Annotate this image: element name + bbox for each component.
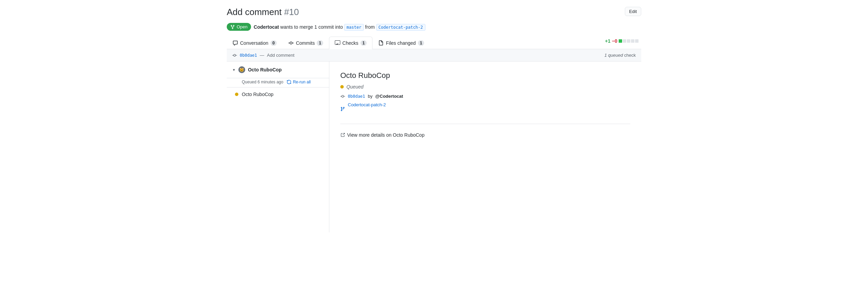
pr-meta: Open Codertocat wants to merge 1 commit … bbox=[227, 23, 641, 31]
diff-bar bbox=[619, 39, 639, 43]
section-divider bbox=[340, 124, 630, 124]
commit-dot-icon bbox=[232, 53, 237, 58]
tab-checks-label: Checks bbox=[342, 40, 358, 46]
commit-bar: 0b0dae1 — Add comment 1 queued check bbox=[227, 49, 641, 62]
conversation-icon bbox=[233, 40, 238, 46]
diff-block-3 bbox=[631, 39, 634, 43]
rerun-button[interactable]: Re-run all bbox=[287, 80, 311, 84]
commit-message: Add comment bbox=[267, 53, 294, 58]
checks-branch-link[interactable]: Codertocat-patch-2 bbox=[348, 102, 386, 107]
commit-small-icon bbox=[340, 94, 345, 99]
check-text: check bbox=[624, 53, 636, 58]
checks-sidebar: ▼ 🐱 Octo RuboCop Queued 6 minutes ago Re… bbox=[227, 62, 329, 232]
pr-title-text: Add comment bbox=[227, 7, 281, 17]
files-changed-icon bbox=[378, 40, 384, 46]
checks-content-panel: Octo RuboCop Queued 0b0dae1 by @Codertoc… bbox=[329, 62, 641, 232]
checks-commit-sha[interactable]: 0b0dae1 bbox=[348, 94, 365, 99]
diff-additions: +1 bbox=[605, 38, 610, 44]
commit-line-right: 1 queued check bbox=[604, 53, 636, 58]
checks-layout: ▼ 🐱 Octo RuboCop Queued 6 minutes ago Re… bbox=[227, 62, 641, 232]
status-dot bbox=[340, 85, 344, 89]
tab-files-label: Files changed bbox=[386, 40, 416, 46]
checks-group-header[interactable]: ▼ 🐱 Octo RuboCop bbox=[227, 62, 329, 78]
base-branch-tag: master bbox=[344, 24, 364, 31]
tab-commits-label: Commits bbox=[296, 40, 315, 46]
queued-label: Queued 6 minutes ago bbox=[242, 80, 283, 84]
tab-conversation-count: 0 bbox=[271, 40, 277, 46]
commit-author: @Codertocat bbox=[375, 94, 403, 99]
checks-branch-info: Codertocat-patch-2 bbox=[340, 102, 630, 116]
merge-icon bbox=[230, 25, 235, 29]
checks-content-title: Octo RuboCop bbox=[340, 71, 630, 80]
diff-block-0 bbox=[619, 39, 622, 43]
checks-status: Queued bbox=[340, 84, 630, 90]
checks-commit-info: 0b0dae1 by @Codertocat bbox=[340, 94, 630, 99]
tab-commits[interactable]: Commits 1 bbox=[282, 37, 329, 49]
commits-icon bbox=[288, 40, 294, 46]
pr-header: Add comment #10 Edit bbox=[227, 7, 641, 17]
tab-checks[interactable]: Checks 1 bbox=[329, 37, 372, 49]
checks-icon bbox=[335, 40, 340, 46]
pr-author: Codertocat wants to merge 1 commit into … bbox=[254, 24, 425, 30]
group-avatar: 🐱 bbox=[238, 66, 245, 73]
tabs-bar: Conversation 0 Commits 1 Checks 1 Files … bbox=[227, 36, 641, 49]
diff-block-4 bbox=[635, 39, 639, 43]
tab-commits-count: 1 bbox=[317, 40, 323, 46]
rerun-icon bbox=[287, 80, 291, 84]
tab-conversation[interactable]: Conversation 0 bbox=[227, 37, 282, 49]
tab-conversation-label: Conversation bbox=[240, 40, 268, 46]
tab-files-changed[interactable]: Files changed 1 bbox=[372, 37, 430, 49]
chevron-down-icon: ▼ bbox=[232, 68, 236, 72]
checks-details-link: View more details on Octo RuboCop bbox=[340, 132, 630, 138]
tab-files-count: 1 bbox=[418, 40, 424, 46]
view-details-link[interactable]: View more details on Octo RuboCop bbox=[347, 132, 424, 138]
commit-sha-link[interactable]: 0b0dae1 bbox=[240, 53, 257, 58]
tab-checks-count: 1 bbox=[360, 40, 367, 46]
commit-line-left: 0b0dae1 — Add comment bbox=[232, 53, 294, 58]
checks-group-name: Octo RuboCop bbox=[248, 67, 282, 72]
commit-dash: — bbox=[260, 53, 264, 58]
checks-item-rubocop[interactable]: Octo RuboCop bbox=[227, 87, 329, 101]
diff-block-2 bbox=[627, 39, 630, 43]
diff-stats: +1 −0 bbox=[605, 38, 641, 47]
pr-title: Add comment #10 bbox=[227, 7, 299, 17]
status-dot-yellow bbox=[235, 93, 238, 96]
queued-count: 1 queued bbox=[604, 53, 623, 58]
checks-item-name: Octo RuboCop bbox=[242, 92, 274, 97]
diff-deletions: −0 bbox=[612, 38, 617, 44]
checks-group-meta: Queued 6 minutes ago Re-run all bbox=[227, 78, 329, 87]
open-badge: Open bbox=[227, 23, 251, 31]
pr-number: #10 bbox=[284, 7, 299, 17]
edit-button[interactable]: Edit bbox=[625, 7, 641, 16]
branch-icon bbox=[340, 107, 345, 111]
diff-block-1 bbox=[623, 39, 626, 43]
external-link-icon bbox=[340, 133, 345, 137]
head-branch-tag: Codertocat-patch-2 bbox=[376, 24, 425, 31]
